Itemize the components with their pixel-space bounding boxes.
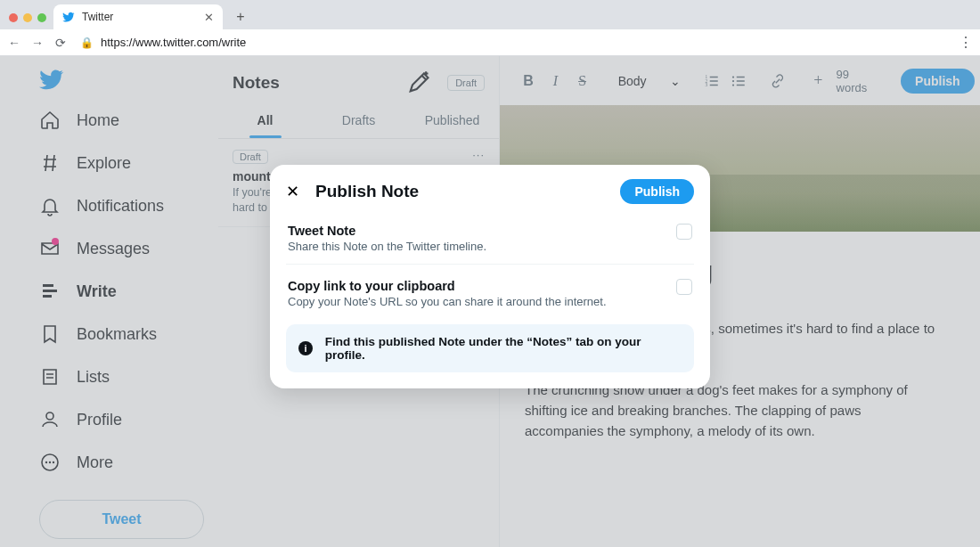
option-title: Tweet Note [288,224,486,238]
url-text: https://www.twitter.com/write [101,36,246,49]
divider [286,264,694,265]
maximize-window-icon[interactable] [37,13,46,22]
twitter-favicon-icon [62,11,75,23]
info-banner: i Find this published Note under the “No… [286,324,694,372]
checkbox[interactable] [676,279,692,295]
address-bar[interactable]: 🔒 https://www.twitter.com/write [80,36,246,49]
option-desc: Copy your Note's URL so you can share it… [288,295,607,308]
close-modal-button[interactable]: ✕ [286,182,299,201]
info-icon: i [298,341,313,355]
close-window-icon[interactable] [9,13,18,22]
publish-note-modal: ✕ Publish Note Publish Tweet Note Share … [270,165,710,388]
window-controls [5,13,53,29]
option-copy-link[interactable]: Copy link to your clipboard Copy your No… [286,272,694,319]
modal-title: Publish Note [315,182,419,201]
checkbox[interactable] [676,224,692,240]
lock-icon: 🔒 [80,37,94,49]
modal-publish-button[interactable]: Publish [620,179,694,204]
option-tweet-note[interactable]: Tweet Note Share this Note on the Twitte… [286,216,694,264]
publish-label: Publish [634,184,680,199]
minimize-window-icon[interactable] [23,13,32,22]
reload-button[interactable]: ⟳ [53,36,68,50]
option-title: Copy link to your clipboard [288,279,607,293]
browser-menu-icon[interactable]: ⋮ [959,34,973,51]
option-desc: Share this Note on the Twitter timeline. [288,240,486,253]
back-button[interactable]: ← [7,36,21,50]
forward-button[interactable]: → [30,36,45,50]
modal-overlay[interactable]: ✕ Publish Note Publish Tweet Note Share … [0,56,980,547]
browser-tabstrip: Twitter ✕ + [0,0,980,29]
tab-close-icon[interactable]: ✕ [204,11,214,24]
new-tab-button[interactable]: + [230,6,251,28]
tab-title: Twitter [82,11,113,23]
info-text: Find this published Note under the “Note… [325,335,682,362]
browser-tab[interactable]: Twitter ✕ [53,4,223,29]
browser-toolbar: ← → ⟳ 🔒 https://www.twitter.com/write ⋮ [0,29,980,56]
